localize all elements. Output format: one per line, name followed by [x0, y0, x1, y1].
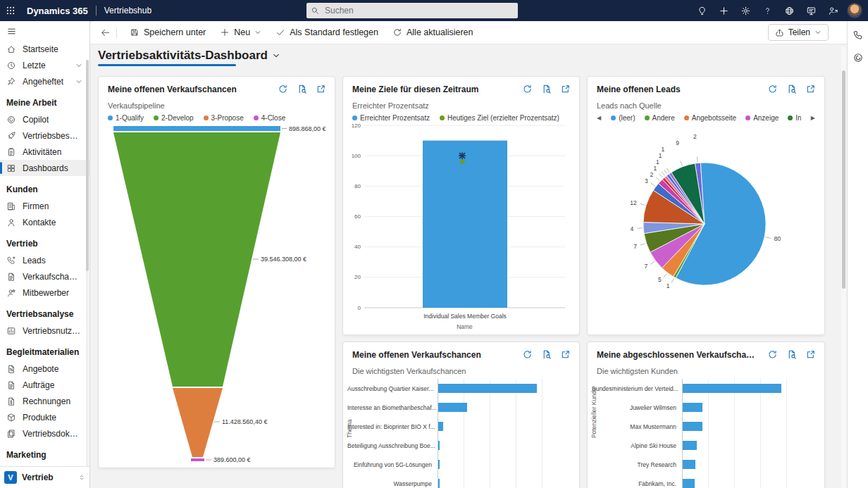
bar-track: [682, 474, 797, 488]
sidebar-item-rechnungen[interactable]: Rechnungen: [0, 393, 89, 409]
sidebar-item-vertriebsdokume[interactable]: Vertriebsdokume...: [0, 425, 89, 442]
bar[interactable]: [438, 384, 537, 393]
expand-icon[interactable]: [560, 349, 571, 360]
help-icon[interactable]: [760, 3, 775, 18]
sidebar-item-vertriebsbeschleu[interactable]: Vertriebsbeschleu...: [0, 127, 89, 144]
sidebar-item-aufträge[interactable]: Aufträge: [0, 377, 89, 393]
bar-category-label: Beteiligung Ausschreibung Boe...: [347, 442, 438, 449]
leads-pie-chart: 28015774123211119: [590, 123, 823, 332]
bar[interactable]: [438, 422, 443, 431]
sidebar-item-label: Vertriebsbeschleu...: [23, 131, 82, 141]
add-icon[interactable]: [716, 3, 731, 18]
app-launcher-waffle-icon[interactable]: [0, 0, 21, 21]
refresh-icon[interactable]: [767, 84, 778, 94]
bar[interactable]: [683, 384, 781, 393]
bar-category-label: Fabrikam, Inc.: [592, 480, 682, 487]
bar[interactable]: [683, 403, 702, 412]
legend-prev-icon[interactable]: ◀: [597, 115, 601, 121]
bar[interactable]: [438, 479, 440, 488]
funnel-stage-3-propose[interactable]: [173, 388, 223, 457]
view-records-icon[interactable]: [541, 84, 552, 94]
area-switcher[interactable]: V Vertrieb: [0, 466, 89, 488]
bar[interactable]: [438, 403, 467, 412]
app-name[interactable]: Vertriebshub: [104, 6, 151, 15]
sidebar-item-vertriebsnutzungs[interactable]: Vertriebsnutzungs...: [0, 323, 89, 339]
today-target-marker: [460, 159, 465, 164]
dashboard-selector[interactable]: Vertriebsaktivitäts-Dashboard: [98, 49, 847, 62]
hamburger-menu-icon[interactable]: [0, 21, 89, 41]
sidebar-item-kontakte[interactable]: Kontakte: [0, 214, 89, 230]
goal-bar[interactable]: [423, 141, 507, 308]
neu-button[interactable]: Neu: [213, 23, 268, 42]
bar[interactable]: [438, 441, 440, 450]
sidebar-item-aktivitäten[interactable]: Aktivitäten: [0, 144, 89, 160]
sidebar-group-vertrieb: Vertrieb: [0, 230, 89, 252]
site-map-sidebar: StartseiteLetzteAngeheftetMeine ArbeitCo…: [0, 21, 90, 488]
card-meine-ziele: Meine Ziele für diesen Zeitraum Erreicht…: [342, 76, 580, 335]
share-button[interactable]: Teilen: [768, 24, 829, 41]
view-records-icon[interactable]: [297, 84, 307, 94]
pie-label: 1: [666, 282, 670, 289]
svg-text:60: 60: [354, 213, 361, 220]
global-search[interactable]: [306, 3, 518, 18]
sidebar-item-verkaufschancen[interactable]: Verkaufschancen: [0, 268, 89, 284]
sidebar-item-label: Kontakte: [23, 218, 56, 227]
phone-icon[interactable]: [852, 30, 864, 41]
refresh-icon[interactable]: [278, 84, 288, 94]
bar[interactable]: [438, 460, 440, 469]
sidebar-scrollbar-thumb[interactable]: [86, 60, 89, 271]
expand-icon[interactable]: [805, 84, 816, 94]
als-standard-festlegen-button[interactable]: Als Standard festlegen: [268, 23, 385, 42]
view-records-icon[interactable]: [786, 349, 797, 360]
alle-aktualisieren-button[interactable]: Alle aktualisieren: [385, 23, 480, 42]
gear-icon[interactable]: [738, 3, 753, 18]
main-scrollbar-thumb[interactable]: [842, 70, 845, 289]
sidebar-item-dashboards[interactable]: Dashboards: [0, 160, 89, 176]
bar-row-alpine-ski-house: Alpine Ski House: [592, 436, 820, 455]
back-button[interactable]: [100, 27, 111, 38]
funnel-stage-1-qualify[interactable]: [113, 126, 280, 131]
bar-row-fabrikam-inc: Fabrikam, Inc.: [592, 474, 820, 488]
legend-dot: [108, 115, 113, 120]
guided-help-icon[interactable]: [825, 3, 841, 18]
bar-category-label: Interested in: Bioprinter BIO X f...: [347, 423, 438, 430]
sidebar-item-leads[interactable]: Leads: [0, 252, 89, 268]
refresh-icon[interactable]: [522, 349, 533, 360]
card-meine-offenen-verkaufschancen-funnel: Meine offenen Verkaufschancen Verkaufspi…: [98, 76, 335, 468]
sidebar-item-angebote[interactable]: Angebote: [0, 361, 89, 377]
search-input[interactable]: [323, 5, 500, 16]
expand-icon[interactable]: [560, 84, 571, 94]
sidebar-item-letzte[interactable]: Letzte: [0, 57, 89, 73]
expand-icon[interactable]: [805, 349, 816, 360]
globe-icon[interactable]: [781, 3, 797, 18]
feedback-chat-icon[interactable]: [803, 3, 819, 18]
legend-label: (leer): [619, 114, 635, 122]
bar[interactable]: [683, 479, 695, 488]
bar-category-label: Einführung von 5G-Lösungen: [347, 461, 438, 468]
top-opportunities-bar-chart: Thema Ausschreibung Quartier Kaiser...In…: [347, 379, 575, 488]
bar[interactable]: [683, 441, 697, 450]
legend-next-icon[interactable]: ▶: [811, 115, 815, 121]
bar-row-trey-research: Trey Research: [592, 455, 820, 474]
refresh-icon[interactable]: [767, 349, 778, 360]
sidebar-item-mitbewerber[interactable]: Mitbewerber: [0, 284, 89, 301]
sidebar-item-firmen[interactable]: Firmen: [0, 198, 89, 214]
card-title: Meine abgeschlossenen Verkaufschancen im…: [597, 350, 759, 360]
sidebar-item-angeheftet[interactable]: Angeheftet: [0, 73, 89, 89]
copilot-icon[interactable]: [852, 52, 864, 63]
expand-icon[interactable]: [316, 84, 326, 94]
speichern-unter-button[interactable]: Speichern unter: [123, 23, 213, 42]
bar[interactable]: [683, 460, 695, 469]
lightbulb-icon[interactable]: [694, 3, 709, 18]
user-avatar[interactable]: [847, 3, 862, 18]
sidebar-item-copilot[interactable]: Copilot: [0, 111, 89, 127]
bar-row-max-mustermann: Max Mustermann: [592, 417, 820, 436]
view-records-icon[interactable]: [541, 349, 552, 360]
chart-subtitle: Verkaufspipeline: [99, 94, 335, 110]
sidebar-item-produkte[interactable]: Produkte: [0, 409, 89, 425]
sidebar-item-startseite[interactable]: Startseite: [0, 41, 89, 57]
bar[interactable]: [683, 422, 702, 431]
view-records-icon[interactable]: [786, 84, 797, 94]
funnel-stage-4-close[interactable]: [191, 458, 204, 461]
refresh-icon[interactable]: [522, 84, 533, 94]
